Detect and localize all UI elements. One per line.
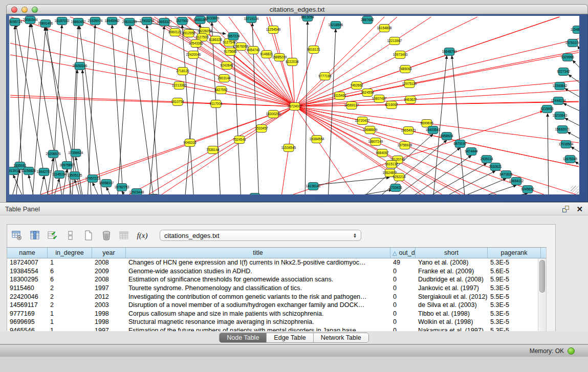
close-panel-icon[interactable]: ✕: [576, 206, 583, 212]
table-cell[interactable]: 1: [48, 310, 92, 318]
table-cell[interactable]: 1998: [92, 310, 126, 318]
table-cell[interactable]: 14569117: [7, 301, 48, 310]
zoom-window-button[interactable]: [32, 7, 38, 13]
table-cell[interactable]: 2008: [92, 258, 126, 267]
table-cell[interactable]: 2003: [92, 301, 126, 310]
table-cell[interactable]: 6: [48, 275, 92, 284]
table-cell[interactable]: 0: [390, 284, 416, 293]
graph-node[interactable]: [250, 193, 260, 195]
table-cell[interactable]: Structural magnetic resonance image aver…: [126, 318, 390, 326]
network-canvas[interactable]: 1872400789601238912955182260589127503105…: [9, 16, 579, 194]
table-row[interactable]: 969969511998Structural magnetic resonanc…: [7, 318, 546, 326]
table-cell[interactable]: Dudbridge et al. (2008): [416, 275, 488, 284]
red-edge: [400, 17, 477, 55]
table-cell[interactable]: Yano et al. (2008): [416, 258, 488, 267]
graph-node-label: 10543382: [189, 41, 204, 45]
table-cell[interactable]: 5.3E-5: [488, 310, 541, 318]
table-cell[interactable]: 19384554: [7, 267, 48, 276]
new-column-icon[interactable]: [82, 229, 95, 242]
table-row[interactable]: 1872400712008Changes of HCN gene express…: [7, 258, 546, 267]
black-edge: [212, 23, 221, 194]
table-cell[interactable]: 5.3E-5: [488, 301, 541, 310]
table-cell[interactable]: 5.3E-5: [488, 318, 541, 326]
network-window-titlebar[interactable]: citations_edges.txt: [6, 4, 588, 14]
column-header-out_de[interactable]: △out_de...: [390, 248, 416, 258]
table-cell[interactable]: 18724007: [7, 258, 48, 267]
graph-node-label: 22420046: [186, 53, 201, 56]
tab-node-table[interactable]: Node Table: [220, 333, 267, 342]
table-cell[interactable]: 0: [390, 275, 416, 284]
column-header-pagerank[interactable]: pagerank: [488, 248, 541, 258]
table-cell[interactable]: Franke et al. (2009): [416, 267, 488, 276]
rows-icon[interactable]: [64, 229, 77, 242]
black-edge: [452, 56, 465, 194]
minimize-window-button[interactable]: [21, 7, 28, 13]
table-cell[interactable]: 5.3E-5: [488, 284, 541, 293]
table-cell[interactable]: Estimation of significance thresholds fo…: [126, 275, 390, 284]
table-select-dropdown[interactable]: citations_edges.txt ▲▼: [160, 230, 361, 241]
table-cell[interactable]: Tourette syndrome. Phenomenology and cla…: [126, 284, 390, 293]
table-columns-icon[interactable]: [28, 229, 41, 242]
table-cell[interactable]: 0: [390, 292, 416, 301]
table-cell[interactable]: 9777169: [7, 310, 48, 318]
table-row[interactable]: 1830029562008Estimation of significance …: [7, 275, 546, 284]
canvas-resize-grip[interactable]: [571, 186, 579, 194]
table-cell[interactable]: Changes of HCN gene expression and I(f) …: [126, 258, 390, 267]
table-row[interactable]: 977716911998Corpus callosum shape and si…: [7, 310, 546, 318]
table-cell[interactable]: 1: [48, 258, 92, 267]
column-header-title[interactable]: title: [126, 248, 390, 258]
table-cell[interactable]: 1997: [92, 284, 126, 293]
table-row[interactable]: 2242004622012Investigating the contribut…: [7, 292, 546, 301]
graph-node[interactable]: [149, 194, 159, 195]
table-cell[interactable]: 2: [48, 301, 92, 310]
table-cell[interactable]: 2009: [92, 267, 126, 276]
table-cell[interactable]: 5.5E-5: [488, 292, 541, 301]
table-cell[interactable]: 2: [48, 284, 92, 293]
table-cell[interactable]: 5.9E-5: [488, 275, 541, 284]
table-cell[interactable]: 0: [390, 310, 416, 318]
table-cell[interactable]: 9699695: [7, 318, 48, 326]
table-cell[interactable]: Disruption of a novel member of a sodium…: [126, 301, 390, 310]
function-builder-icon[interactable]: f(x): [136, 229, 149, 242]
table-cell[interactable]: Wolkin et al. (1998): [416, 318, 488, 326]
table-settings-icon[interactable]: [10, 229, 24, 242]
table-row[interactable]: 1938455462009Genome-wide association stu…: [7, 267, 546, 276]
table-cell[interactable]: Jankovic et al. (1997): [416, 284, 488, 293]
table-cell[interactable]: 1: [48, 318, 92, 326]
table-cell[interactable]: 1998: [92, 318, 126, 326]
table-cell[interactable]: Corpus callosum shape and size in male p…: [126, 310, 390, 318]
column-header-name[interactable]: name: [7, 248, 48, 258]
table-row[interactable]: 911546021997Tourette syndrome. Phenomeno…: [7, 284, 546, 293]
table-cell[interactable]: Genome-wide association studies in ADHD.: [126, 267, 390, 276]
table-cell[interactable]: Tibbo et al. (1998): [416, 310, 488, 318]
table-cell[interactable]: 2012: [92, 292, 126, 301]
table-cell[interactable]: 0: [390, 301, 416, 310]
table-cell[interactable]: 2008: [92, 275, 126, 284]
table-cell[interactable]: 0: [390, 267, 416, 276]
table-cell[interactable]: 18300295: [7, 275, 48, 284]
table-cell[interactable]: 5.3E-5: [488, 258, 541, 267]
network-graph[interactable]: 1872400789601238912955182260589127503105…: [9, 16, 579, 194]
delete-column-icon[interactable]: [100, 229, 113, 242]
tab-network-table[interactable]: Network Table: [314, 333, 368, 342]
close-window-button[interactable]: [11, 7, 17, 13]
table-cell[interactable]: 2: [48, 292, 92, 301]
table-cell[interactable]: 49: [390, 258, 416, 267]
table-cell[interactable]: 22420046: [7, 292, 48, 301]
table-cell[interactable]: 5.6E-5: [488, 267, 541, 276]
table-cell[interactable]: 6: [48, 267, 92, 276]
table-cell[interactable]: 0: [390, 318, 416, 326]
table-cell[interactable]: de Silva et al. (2003): [416, 301, 488, 310]
select-all-icon[interactable]: ✔✔: [46, 229, 59, 242]
table-cell[interactable]: Stergiakouli et al. (2012): [416, 292, 488, 301]
table-cell[interactable]: Investigating the contribution of common…: [126, 292, 390, 301]
table-cell[interactable]: 9115460: [7, 284, 48, 293]
table-row[interactable]: 1456911722003Disruption of a novel membe…: [7, 301, 546, 310]
column-header-in_degree[interactable]: in_degree: [48, 248, 92, 258]
tab-edge-table[interactable]: Edge Table: [267, 333, 313, 342]
column-header-short[interactable]: short: [416, 248, 488, 258]
float-panel-icon[interactable]: [562, 206, 569, 212]
column-header-year[interactable]: year: [92, 248, 126, 258]
graph-node-label: 8186328: [209, 38, 222, 41]
scrollbar-thumb[interactable]: [539, 260, 545, 293]
